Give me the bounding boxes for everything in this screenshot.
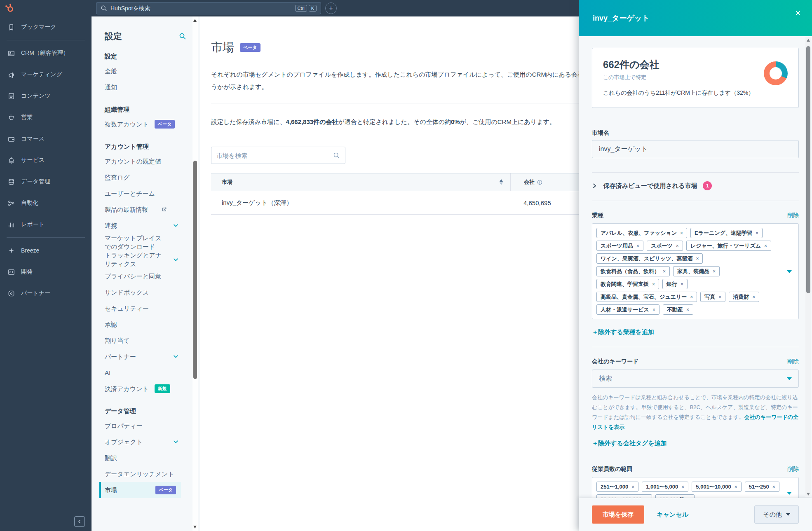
settings-item-assignments[interactable]: 割り当て xyxy=(99,332,181,349)
employee-range-chip[interactable]: 50,001〜100,000× xyxy=(596,494,652,498)
industry-tag-chip[interactable]: スポーツ× xyxy=(647,241,683,251)
nav-item-partner[interactable]: パートナー xyxy=(0,283,92,304)
remove-icon[interactable]: × xyxy=(681,484,684,490)
scroll-up-arrow[interactable] xyxy=(807,39,810,42)
industry-tag-chip[interactable]: 飲食料品（食品、飲料）× xyxy=(596,266,670,276)
remove-icon[interactable]: × xyxy=(764,243,767,249)
nav-item-content[interactable]: コンテンツ xyxy=(0,85,92,107)
remove-icon[interactable]: × xyxy=(681,281,683,287)
settings-item-security[interactable]: セキュリティー xyxy=(99,300,181,316)
settings-search-icon[interactable] xyxy=(179,33,186,40)
settings-item-payments[interactable]: 決済アカウント 新規 xyxy=(99,381,181,397)
dropdown-caret-icon[interactable] xyxy=(787,270,792,273)
remove-icon[interactable]: × xyxy=(696,256,699,262)
save-market-button[interactable]: 市場を保存 xyxy=(592,505,644,524)
nav-item-development[interactable]: 開発 xyxy=(0,261,92,283)
market-search-input[interactable] xyxy=(216,152,333,159)
remove-icon[interactable]: × xyxy=(772,484,775,490)
scroll-down-arrow[interactable] xyxy=(807,493,810,496)
keywords-select[interactable]: 検索 xyxy=(592,370,799,388)
remove-icon[interactable]: × xyxy=(752,294,755,300)
industry-tag-chip[interactable]: 教育関連、学習支援× xyxy=(596,279,659,289)
remove-icon[interactable]: × xyxy=(718,294,721,300)
employee-range-chip[interactable]: 51〜250× xyxy=(745,482,779,492)
remove-icon[interactable]: × xyxy=(713,269,716,274)
add-excluded-company-tag-link[interactable]: ＋除外する会社タグを追加 xyxy=(592,440,799,447)
scroll-down-arrow[interactable] xyxy=(193,526,197,529)
close-icon[interactable]: × xyxy=(792,7,804,19)
settings-item-translations[interactable]: 翻訳 xyxy=(99,450,181,466)
nav-item-data-management[interactable]: データ管理 xyxy=(0,171,92,192)
keywords-delete-link[interactable]: 削除 xyxy=(787,358,799,365)
remove-icon[interactable]: × xyxy=(735,484,737,490)
industry-tag-chip[interactable]: 家具、装備品× xyxy=(673,266,720,276)
global-search[interactable]: Ctrl K xyxy=(96,2,321,14)
settings-item-account-defaults[interactable]: アカウントの既定値 xyxy=(99,153,181,169)
settings-item-audit-log[interactable]: 監査ログ xyxy=(99,169,181,185)
remove-icon[interactable]: × xyxy=(756,230,758,236)
collapse-sidebar-button[interactable] xyxy=(74,516,85,527)
industry-tag-chip[interactable]: ワイン、果実酒、スピリッツ、蒸留酒× xyxy=(596,253,703,264)
industry-tag-chip[interactable]: アパレル、衣服、ファッション× xyxy=(596,228,687,238)
nav-item-bookmarks[interactable]: ブックマーク xyxy=(0,16,92,38)
scrollbar-thumb[interactable] xyxy=(193,161,197,379)
market-name-cell[interactable]: invy_ターゲット（深澤） xyxy=(211,199,510,207)
saved-views-expander[interactable]: 保存済みビューで使用される市場 1 xyxy=(592,180,799,192)
nav-item-reports[interactable]: レポート xyxy=(0,214,92,235)
add-button[interactable]: + xyxy=(325,2,337,14)
industry-tag-chip[interactable]: 銀行× xyxy=(662,279,688,289)
dropdown-caret-icon[interactable] xyxy=(787,492,792,495)
remove-icon[interactable]: × xyxy=(636,243,639,249)
remove-icon[interactable]: × xyxy=(686,307,689,313)
nav-item-sales[interactable]: 営業 xyxy=(0,107,92,128)
employee-range-chip[interactable]: 1,001〜5,000× xyxy=(642,482,688,492)
employee-range-chip[interactable]: 251〜1,000× xyxy=(596,482,638,492)
settings-item-marketplace-downloads[interactable]: マーケットプレイスでのダウンロード xyxy=(99,234,181,251)
market-search-box[interactable] xyxy=(211,147,345,164)
scrollbar-thumb[interactable] xyxy=(806,46,810,293)
hubspot-logo-icon[interactable] xyxy=(4,2,16,14)
settings-item-privacy-consent[interactable]: プライバシーと同意 xyxy=(99,268,181,284)
settings-item-data-enrichment[interactable]: データエンリッチメント xyxy=(99,466,181,482)
scroll-up-arrow[interactable] xyxy=(193,19,197,22)
settings-item-objects[interactable]: オブジェクト xyxy=(99,434,181,450)
cancel-button[interactable]: キャンセル xyxy=(657,511,688,519)
industry-tag-chip[interactable]: 写真× xyxy=(700,292,725,302)
industry-delete-link[interactable]: 削除 xyxy=(787,212,799,219)
nav-item-service[interactable]: サービス xyxy=(0,150,92,171)
column-header-market[interactable]: 市場 xyxy=(211,173,510,191)
industry-tag-chip[interactable]: スポーツ用品× xyxy=(596,241,643,251)
remove-icon[interactable]: × xyxy=(680,230,683,236)
industry-tag-chip[interactable]: 消費財× xyxy=(729,292,759,302)
nav-item-commerce[interactable]: コマース xyxy=(0,128,92,150)
remove-icon[interactable]: × xyxy=(631,484,634,490)
settings-item-general[interactable]: 全般 xyxy=(99,63,181,79)
settings-item-product-updates[interactable]: 製品の最新情報 xyxy=(99,201,181,218)
settings-scrollbar[interactable] xyxy=(192,16,198,531)
employee-range-chip[interactable]: 5,001〜10,000× xyxy=(692,482,741,492)
settings-item-notifications[interactable]: 通知 xyxy=(99,79,181,95)
employee-range-tags-box[interactable]: 251〜1,000× 1,001〜5,000× 5,001〜10,000× 51… xyxy=(592,477,799,498)
more-actions-button[interactable]: その他 xyxy=(754,505,799,524)
nav-item-automation[interactable]: 自動化 xyxy=(0,192,92,214)
industry-tag-chip[interactable]: 不動産× xyxy=(663,304,693,315)
settings-item-partner[interactable]: パートナー xyxy=(99,349,181,365)
industry-tag-chip[interactable]: レジャー、旅行・ツーリズム× xyxy=(686,241,771,251)
industry-tags-box[interactable]: アパレル、衣服、ファッション× Eラーニング、遠隔学習× スポーツ用品× スポー… xyxy=(592,223,799,319)
remove-icon[interactable]: × xyxy=(652,281,655,287)
settings-item-approvals[interactable]: 承認 xyxy=(99,316,181,332)
industry-tag-chip[interactable]: 人材・派遣サービス× xyxy=(596,304,659,315)
settings-item-markets[interactable]: 市場 ベータ xyxy=(99,482,181,498)
settings-item-integrations[interactable]: 連携 xyxy=(99,218,181,234)
remove-icon[interactable]: × xyxy=(690,294,693,300)
industry-tag-chip[interactable]: 高級品、貴金属、宝石、ジュエリー× xyxy=(596,292,697,302)
remove-icon[interactable]: × xyxy=(663,269,666,274)
industry-tag-chip[interactable]: Eラーニング、遠隔学習× xyxy=(690,228,763,238)
remove-icon[interactable]: × xyxy=(652,307,655,313)
settings-item-tracking-analytics[interactable]: トラッキングとアナリティクス xyxy=(99,251,181,268)
market-name-input[interactable] xyxy=(592,140,799,158)
sort-icon[interactable] xyxy=(500,179,503,185)
nav-item-breeze[interactable]: Breeze xyxy=(0,240,92,261)
panel-scrollbar[interactable] xyxy=(805,37,811,497)
settings-item-multi-account[interactable]: 複数アカウント ベータ xyxy=(99,116,181,132)
